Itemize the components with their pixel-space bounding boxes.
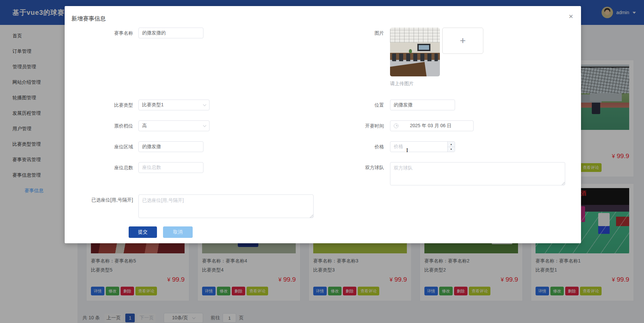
- seat-area-input[interactable]: 的撒发撒: [138, 141, 203, 152]
- page: 基于vue3的球赛 admin 首页 订单管理 管理员管理 网站介绍管理 轮播图…: [0, 0, 644, 323]
- price-tier-select[interactable]: 高: [138, 120, 210, 131]
- resize-handle[interactable]: [310, 214, 313, 218]
- start-time-datepicker[interactable]: 2025 年 03 月 06 日: [390, 120, 474, 131]
- seat-total-label: 座位总数: [65, 165, 133, 171]
- teams-label: 双方球队: [267, 165, 384, 171]
- location-label: 位置: [267, 102, 384, 108]
- resize-handle[interactable]: [561, 182, 565, 185]
- increase-icon: ▲: [448, 142, 455, 147]
- seat-total-input[interactable]: 座位总数: [138, 162, 203, 173]
- image-label: 图片: [267, 30, 384, 36]
- selected-seats-label: 已选座位[用,号隔开]: [65, 197, 133, 203]
- match-type-label: 比赛类型: [65, 102, 133, 108]
- start-time-label: 开赛时间: [267, 123, 384, 129]
- teams-textarea[interactable]: [390, 162, 565, 185]
- text-cursor: I: [406, 147, 408, 153]
- dialog-title: 新增赛事信息: [71, 15, 106, 23]
- selected-seats-textarea[interactable]: [138, 194, 314, 218]
- plant-art: [409, 49, 412, 53]
- chevron-down-icon: [203, 103, 206, 106]
- price-number-input[interactable]: 价格 ▲▼: [390, 141, 455, 152]
- table-art: [390, 62, 427, 76]
- match-type-select[interactable]: 比赛类型1: [138, 100, 210, 110]
- close-icon[interactable]: ✕: [568, 13, 574, 20]
- chevron-down-icon: [203, 124, 206, 127]
- price-tier-label: 票价档位: [65, 123, 133, 129]
- location-input[interactable]: 的撒发撒: [390, 100, 455, 110]
- plus-icon: +: [460, 35, 466, 46]
- add-event-dialog: 新增赛事信息 ✕ 赛事名称 的撒发撒的 图片 + 请上传图片 比赛类型 比赛类型…: [65, 6, 581, 243]
- conference-room-art: [417, 44, 430, 51]
- uploaded-image-thumbnail[interactable]: [390, 28, 440, 76]
- upload-hint: 请上传图片: [390, 81, 414, 87]
- decrease-icon: ▼: [448, 147, 455, 152]
- number-stepper[interactable]: ▲▼: [447, 142, 455, 152]
- cancel-button[interactable]: 取消: [163, 226, 193, 238]
- event-name-label: 赛事名称: [65, 30, 133, 36]
- upload-button[interactable]: +: [442, 28, 483, 54]
- submit-button[interactable]: 提交: [129, 226, 157, 238]
- event-name-input[interactable]: 的撒发撒的: [138, 28, 203, 38]
- clock-icon: [394, 123, 398, 128]
- chairs-art: [392, 53, 438, 61]
- price-label: 价格: [267, 144, 384, 150]
- seat-area-label: 座位区域: [65, 144, 133, 150]
